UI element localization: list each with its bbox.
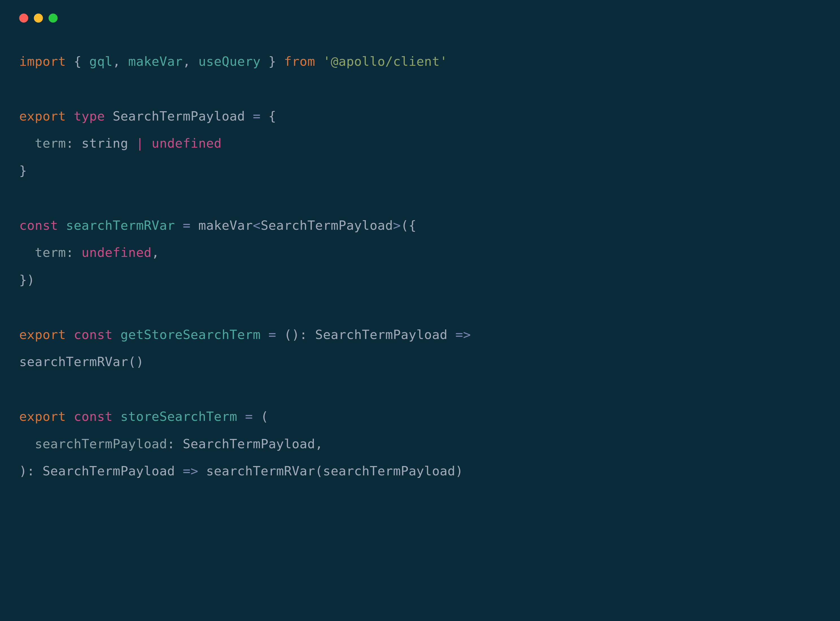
code-line-3: export type SearchTermPayload = { [19,109,276,124]
code-line-8: term: undefined, [19,245,159,260]
code-line-11: export const getStoreSearchTerm = (): Se… [19,327,471,342]
fn-name: storeSearchTerm [121,409,238,424]
maximize-icon[interactable] [48,14,58,23]
keyword-const: const [19,218,58,233]
var-name: searchTermRVar [66,218,175,233]
keyword-type: type [74,109,105,124]
keyword-from: from [284,54,315,69]
code-line-5: } [19,163,27,178]
window-titlebar [0,0,840,23]
code-line-4: term: string | undefined [19,136,222,151]
code-editor-window: import { gql, makeVar, useQuery } from '… [0,0,840,621]
code-line-7: const searchTermRVar = makeVar<SearchTer… [19,218,416,233]
close-icon[interactable] [19,14,28,23]
code-line-16: ): SearchTermPayload => searchTermRVar(s… [19,463,463,479]
module-path: '@apollo/client' [323,54,447,69]
keyword-export: export [19,109,66,124]
property-term: term [35,136,66,151]
type-name: SearchTermPayload [113,109,245,124]
code-line-1: import { gql, makeVar, useQuery } from '… [19,54,448,69]
code-line-15: searchTermPayload: SearchTermPayload, [19,436,323,451]
code-line-9: }) [19,273,35,287]
arrow-icon: => [183,463,198,479]
code-content: import { gql, makeVar, useQuery } from '… [0,23,840,485]
code-line-14: export const storeSearchTerm = ( [19,409,268,424]
arrow-icon: => [455,327,471,342]
minimize-icon[interactable] [34,14,43,23]
param-name: searchTermPayload [35,436,167,451]
fn-name: getStoreSearchTerm [121,327,261,342]
keyword-import: import [19,54,66,69]
code-line-12: searchTermRVar() [19,354,144,369]
